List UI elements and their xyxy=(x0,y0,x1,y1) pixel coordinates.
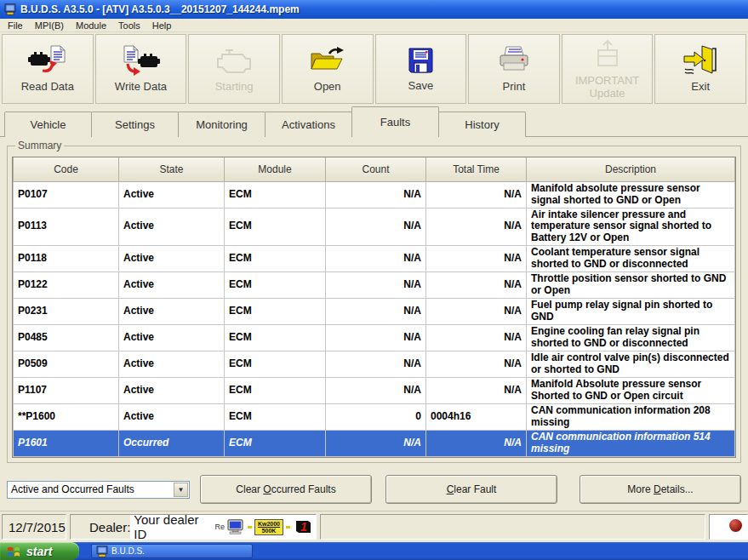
column-header-module[interactable]: Module xyxy=(225,157,326,181)
cell-count: N/A xyxy=(326,271,426,298)
cell-code: P0122 xyxy=(14,271,119,298)
toolbar-button-label: Starting xyxy=(215,81,254,94)
column-header-code[interactable]: Code xyxy=(14,157,119,181)
cell-description: CAN communication information 514 missin… xyxy=(527,430,735,456)
save-button[interactable]: Save xyxy=(375,34,467,104)
cell-state: Active xyxy=(119,377,225,403)
clear-occurred-faults-button[interactable]: Clear Occurred Faults xyxy=(200,475,372,504)
column-header-total-time[interactable]: Total Time xyxy=(426,157,527,181)
cell-state: Active xyxy=(119,324,225,351)
fault-row[interactable]: P0122ActiveECMN/AN/AThrottle position se… xyxy=(14,271,735,298)
cell-module: ECM xyxy=(225,324,326,351)
cell-count: N/A xyxy=(326,324,426,351)
fault-row[interactable]: P0485ActiveECMN/AN/AEngine cooling fan r… xyxy=(14,324,735,351)
cell-state: Active xyxy=(119,245,225,271)
write-data-button[interactable]: Write Data xyxy=(95,34,187,104)
cell-state: Occurred xyxy=(119,430,225,456)
cell-module: ECM xyxy=(225,430,326,456)
fault-row[interactable]: P0509ActiveECMN/AN/AIdle air control val… xyxy=(14,351,735,377)
title-bar: B.U.D.S. A3.5.0 - [ATV] A3.5.0.3__201512… xyxy=(0,0,748,19)
update-icon xyxy=(588,38,627,71)
toolbar: Read DataWrite DataStartingOpenSavePrint… xyxy=(0,32,748,106)
task-label: B.U.D.S. xyxy=(111,546,145,556)
fault-filter-value: Active and Occurred Faults xyxy=(8,483,173,495)
cell-total-time: N/A xyxy=(426,377,527,403)
fault-row[interactable]: P1601OccurredECMN/AN/ACAN communication … xyxy=(14,430,735,456)
tab-monitoring[interactable]: Monitoring xyxy=(178,111,266,137)
cell-module: ECM xyxy=(225,351,326,377)
cell-code: P0107 xyxy=(14,181,119,208)
toolbar-button-label: Print xyxy=(503,81,526,94)
windows-logo-icon xyxy=(6,545,22,558)
combobox-dropdown-button[interactable]: ▼ xyxy=(174,483,188,497)
cell-module: ECM xyxy=(225,298,326,324)
toolbar-button-label: Write Data xyxy=(115,81,167,94)
cell-total-time: N/A xyxy=(426,245,527,271)
connector-line xyxy=(286,526,290,529)
red-status-light xyxy=(729,519,742,532)
status-bar: 12/7/2015 Dealer: Your dealer ID Re Kw20… xyxy=(0,511,748,542)
read-data-button[interactable]: Read Data xyxy=(2,34,94,104)
column-header-state[interactable]: State xyxy=(119,157,225,181)
summary-legend: Summary xyxy=(15,140,64,151)
taskbar-task-buds[interactable]: B.U.D.S. xyxy=(91,544,253,558)
app-icon xyxy=(96,546,108,557)
faults-table-wrap: CodeStateModuleCountTotal TimeDescriptio… xyxy=(12,157,736,458)
communication-indicator xyxy=(709,514,748,540)
toolbar-button-label: Read Data xyxy=(21,81,74,94)
cell-state: Active xyxy=(119,403,225,430)
tab-activations[interactable]: Activations xyxy=(265,111,352,137)
tab-vehicle[interactable]: Vehicle xyxy=(4,111,92,137)
cell-count: N/A xyxy=(326,208,426,245)
tab-history[interactable]: History xyxy=(438,111,526,137)
cell-description: CAN communication information 208 missin… xyxy=(527,403,735,430)
menu-item-help[interactable]: Help xyxy=(147,20,177,31)
cell-code: P0118 xyxy=(14,245,119,271)
cell-description: Air intake silencer pressure and tempera… xyxy=(527,208,735,245)
computer-icon xyxy=(227,519,245,534)
menu-item-module[interactable]: Module xyxy=(71,20,111,31)
fault-row[interactable]: P0118ActiveECMN/AN/ACoolant temperature … xyxy=(14,245,735,271)
cell-description: Idle air control valve pin(s) disconnect… xyxy=(527,351,735,377)
open-button[interactable]: Open xyxy=(282,34,374,104)
column-header-count[interactable]: Count xyxy=(326,157,426,181)
tab-faults[interactable]: Faults xyxy=(351,106,439,137)
connection-panel: Your dealer ID Re Kw2000 500K 1 xyxy=(130,515,316,539)
cell-count: 0 xyxy=(326,403,426,430)
cell-module: ECM xyxy=(225,271,326,298)
tab-settings[interactable]: Settings xyxy=(91,111,179,137)
fault-row[interactable]: P0107ActiveECMN/AN/AManifold absolute pr… xyxy=(14,181,735,208)
column-header-description[interactable]: Description xyxy=(527,157,735,181)
toolbar-button-label: IMPORTANT Update xyxy=(564,75,651,100)
fault-row[interactable]: P0231ActiveECMN/AN/AFuel pump relay sign… xyxy=(14,298,735,324)
mpi-interface-icon: 1 xyxy=(293,519,312,534)
cell-code: **P1600 xyxy=(14,403,119,430)
menu-item-file[interactable]: File xyxy=(3,20,28,31)
fault-row[interactable]: P0113ActiveECMN/AN/AAir intake silencer … xyxy=(14,208,735,245)
summary-groupbox: Summary CodeStateModuleCountTotal TimeDe… xyxy=(7,140,741,463)
cell-total-time: N/A xyxy=(426,351,527,377)
fault-row[interactable]: **P1600ActiveECM00004h16CAN communicatio… xyxy=(14,403,735,430)
app-icon xyxy=(4,3,16,15)
cell-total-time: N/A xyxy=(426,181,527,208)
start-button[interactable]: start xyxy=(0,542,79,560)
protocol-badge: Kw2000 500K xyxy=(254,519,283,535)
menu-item-mpib[interactable]: MPI(B) xyxy=(30,20,69,31)
menu-item-tools[interactable]: Tools xyxy=(113,20,146,31)
exit-button[interactable]: Exit xyxy=(654,34,746,104)
clear-fault-button[interactable]: Clear Fault xyxy=(385,475,557,504)
cell-module: ECM xyxy=(225,403,326,430)
fault-row[interactable]: P1107ActiveECMN/AN/AManifold Absolute pr… xyxy=(14,377,735,403)
cell-state: Active xyxy=(119,351,225,377)
engine-icon xyxy=(214,44,254,77)
print-button[interactable]: Print xyxy=(468,34,560,104)
fault-filter-combobox[interactable]: Active and Occurred Faults ▼ xyxy=(7,481,190,499)
window-title: B.U.D.S. A3.5.0 - [ATV] A3.5.0.3__201512… xyxy=(20,3,300,15)
printer-icon xyxy=(494,44,534,77)
status-dealer-cell: Dealer: Your dealer ID Re Kw2000 500K 1 xyxy=(70,514,317,540)
cell-code: P1107 xyxy=(14,377,119,403)
chevron-down-icon: ▼ xyxy=(178,486,185,494)
cell-module: ECM xyxy=(225,208,326,245)
cell-total-time: N/A xyxy=(426,298,527,324)
more-details-button[interactable]: More Details... xyxy=(580,475,741,504)
